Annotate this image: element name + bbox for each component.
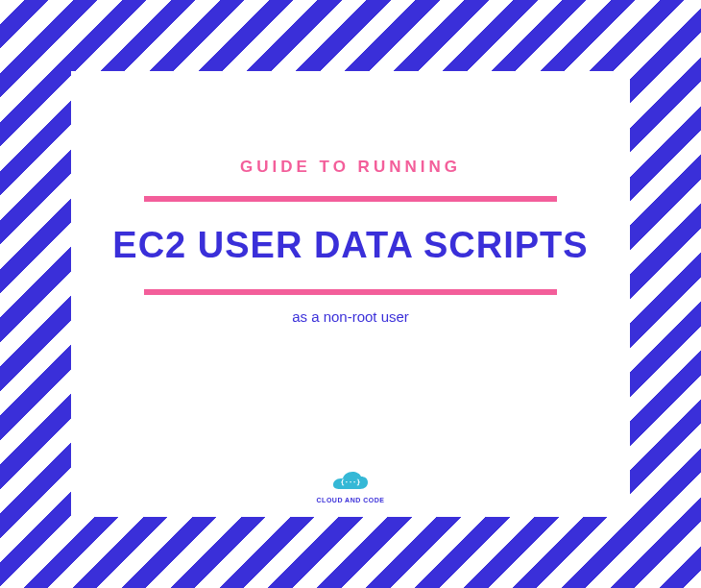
- divider-top: [144, 196, 557, 202]
- eyebrow-text: GUIDE TO RUNNING: [240, 158, 461, 177]
- card-body: GUIDE TO RUNNING EC2 USER DATA SCRIPTS a…: [71, 71, 630, 517]
- svg-text:{···}: {···}: [340, 478, 360, 486]
- card-frame: GUIDE TO RUNNING EC2 USER DATA SCRIPTS a…: [0, 0, 701, 588]
- subtitle-text: as a non-root user: [292, 308, 409, 325]
- divider-bottom: [144, 289, 557, 295]
- logo-label: CLOUD AND CODE: [317, 497, 385, 503]
- main-title: EC2 USER DATA SCRIPTS: [112, 225, 588, 266]
- cloud-icon: {···}: [331, 472, 370, 495]
- logo: {···} CLOUD AND CODE: [71, 472, 630, 503]
